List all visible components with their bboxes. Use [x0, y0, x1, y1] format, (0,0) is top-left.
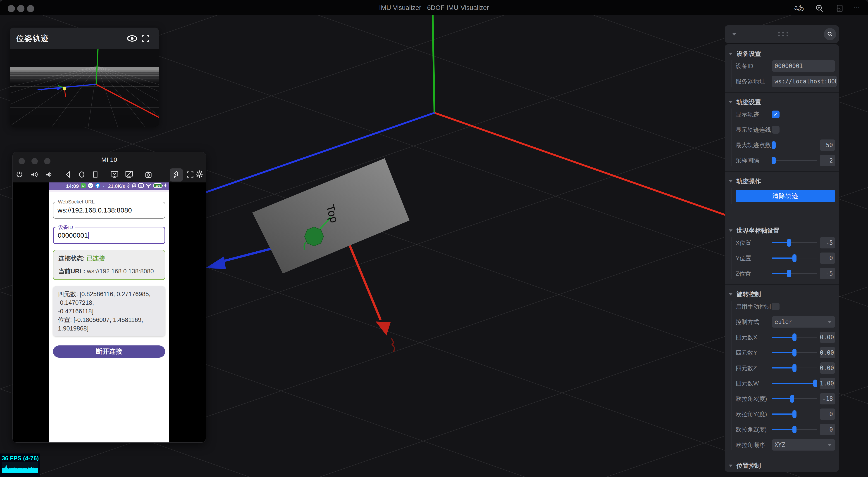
section-title-position[interactable]: 位置控制 — [728, 461, 835, 470]
row-manual-position: 启用位置手… ✓ — [736, 470, 835, 472]
euler-order-select[interactable]: XYZ — [772, 439, 835, 450]
manual-rotation-checkbox[interactable]: ✓ — [772, 303, 779, 310]
quat-x-value[interactable]: 0.00 — [820, 332, 835, 343]
quat-w-slider[interactable] — [772, 379, 817, 387]
row-show-trajectory-lines: 显示轨迹连线 ✓ — [736, 122, 835, 137]
zoom-in-icon[interactable] — [815, 3, 824, 12]
device-search-icon[interactable] — [835, 3, 844, 12]
row-control-mode: 控制方式 euler — [736, 314, 835, 330]
row-clear-trajectory: 清除轨迹 — [736, 186, 835, 206]
device-id-field[interactable]: 设备ID 00000001 — [53, 227, 165, 244]
sim-off-icon — [138, 183, 144, 190]
row-euler-z: 欧拉角Z(度) 0 — [736, 422, 835, 437]
row-quat-z: 四元数Z 0.00 — [736, 360, 835, 376]
euler-x-value[interactable]: -18 — [820, 393, 835, 404]
section-title-device[interactable]: 设备设置 — [728, 49, 835, 58]
visibility-toggle-button[interactable] — [125, 32, 139, 45]
chevron-down-icon — [828, 321, 832, 323]
sidebar-panel: 设备设置 设备ID 00000001 服务器地址 ws://localhost:… — [725, 44, 839, 472]
sample-interval-slider[interactable] — [772, 157, 817, 165]
fps-label: 36 FPS (4-76) — [0, 453, 40, 462]
quat-w-value[interactable]: 1.00 — [820, 378, 835, 389]
section-title-rotation[interactable]: 旋转控制 — [728, 290, 835, 299]
sample-interval-value[interactable]: 2 — [820, 155, 835, 166]
world-y-slider[interactable] — [772, 254, 817, 262]
clear-trajectory-button[interactable]: 清除轨迹 — [736, 190, 835, 202]
status-value: 已连接 — [87, 255, 105, 262]
max-points-value[interactable]: 50 — [820, 139, 835, 151]
device-marker — [305, 227, 323, 246]
euler-z-value[interactable]: 0 — [820, 424, 835, 435]
server-url-input[interactable]: ws://localhost:8080 — [772, 76, 837, 87]
fullscreen-icon[interactable] — [187, 171, 194, 179]
section-world-axes: 世界坐标轴设置 X位置 -5 Y位置 0 Z位置 — [725, 220, 839, 281]
eye-icon — [127, 35, 137, 42]
mute-icon — [131, 183, 137, 190]
phone-screen[interactable]: 14:09 · 21.0K/s — [49, 182, 169, 442]
quat-x-slider[interactable] — [772, 333, 817, 341]
volume-down-icon[interactable] — [45, 171, 52, 179]
screen-off-icon[interactable] — [125, 171, 133, 179]
drag-handle-icon[interactable] — [777, 31, 789, 37]
euler-y-value[interactable]: 0 — [820, 409, 835, 420]
euler-z-slider[interactable] — [772, 425, 817, 434]
statusbar-time: 14:09 — [66, 183, 79, 189]
screen-on-icon[interactable] — [110, 171, 119, 179]
wifi-icon — [145, 183, 152, 190]
sidebar-header[interactable] — [725, 25, 839, 43]
expand-panel-button[interactable] — [139, 32, 153, 45]
quat-y-value[interactable]: 0.00 — [820, 347, 835, 358]
websocket-url-field[interactable]: WebSocket URL ws://192.168.0.138:8080 — [53, 202, 165, 218]
row-world-y: Y位置 0 — [736, 250, 835, 266]
more-icon[interactable]: ⋯ — [854, 0, 860, 15]
power-icon[interactable] — [16, 171, 23, 179]
app-icon-chat — [95, 183, 100, 190]
svg-text:100: 100 — [155, 184, 160, 188]
row-device-id: 设备ID 00000001 — [736, 58, 835, 74]
world-z-slider[interactable] — [772, 270, 817, 278]
world-x-value[interactable]: -5 — [820, 237, 835, 248]
quat-z-value[interactable]: 0.00 — [820, 363, 835, 374]
phone-titlebar[interactable]: MI 10 — [13, 152, 206, 168]
section-title-actions[interactable]: 轨迹操作 — [728, 177, 835, 186]
home-icon[interactable] — [78, 171, 85, 179]
collapse-icon — [729, 180, 733, 182]
pose-preview-viewport[interactable] — [10, 49, 159, 127]
euler-y-slider[interactable] — [772, 410, 817, 418]
quat-y-slider[interactable] — [772, 349, 817, 357]
device-id-input[interactable]: 00000001 — [772, 60, 835, 72]
current-url-value: ws://192.168.0.138:8080 — [87, 268, 154, 275]
world-z-value[interactable]: -5 — [820, 268, 835, 279]
position-line: 位置: [-0.18056007, 1.4581169, 1.9019868] — [58, 316, 160, 333]
back-icon[interactable] — [65, 171, 71, 179]
volume-up-icon[interactable] — [30, 171, 38, 179]
search-button[interactable] — [824, 28, 836, 40]
charging-icon — [164, 183, 167, 190]
phone-toolbar — [13, 168, 206, 183]
fps-monitor[interactable]: 36 FPS (4-76) — [0, 453, 40, 477]
recent-apps-icon[interactable] — [92, 171, 98, 179]
world-y-value[interactable]: 0 — [820, 252, 835, 264]
quat-z-slider[interactable] — [772, 364, 817, 372]
disconnect-button[interactable]: 断开连接 — [53, 345, 165, 357]
collapse-icon — [729, 293, 733, 296]
section-title-trajectory[interactable]: 轨迹设置 — [728, 98, 835, 107]
world-x-slider[interactable] — [772, 239, 817, 247]
settings-gear-icon[interactable] — [195, 170, 204, 180]
search-icon — [827, 31, 833, 37]
collapse-panel-icon[interactable] — [732, 33, 737, 35]
row-euler-order: 欧拉角顺序 XYZ — [736, 437, 835, 452]
language-icon[interactable]: aあ — [794, 0, 804, 15]
euler-x-slider[interactable] — [772, 395, 817, 403]
pose-panel-header[interactable]: 位姿轨迹 — [10, 28, 159, 49]
screenshot-icon[interactable] — [145, 171, 152, 179]
max-points-slider[interactable] — [772, 141, 817, 149]
control-mode-select[interactable]: euler — [772, 316, 835, 328]
section-title-world-axes[interactable]: 世界坐标轴设置 — [728, 226, 835, 235]
pin-icon[interactable] — [173, 171, 180, 179]
section-position-control: 位置控制 启用位置手… ✓ — [725, 456, 839, 472]
show-trajectory-checkbox[interactable]: ✓ — [772, 110, 779, 118]
show-trajectory-lines-checkbox[interactable]: ✓ — [772, 126, 779, 134]
section-device-settings: 设备设置 设备ID 00000001 服务器地址 ws://localhost:… — [725, 44, 839, 89]
collapse-icon — [729, 230, 733, 232]
